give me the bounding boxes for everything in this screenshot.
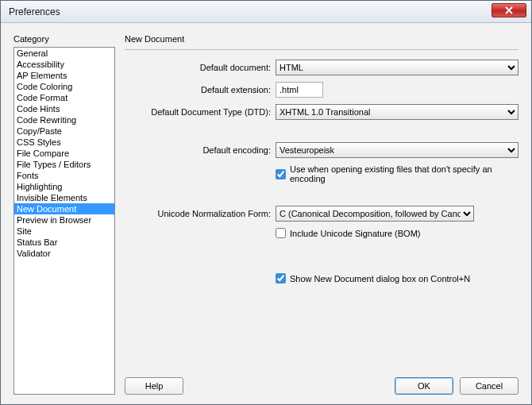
category-item[interactable]: Code Hints <box>14 103 114 114</box>
bom-label: Include Unicode Signature (BOM) <box>290 229 420 238</box>
window-title: Preferences <box>9 6 60 17</box>
default-document-select[interactable]: HTML <box>276 60 519 75</box>
category-item[interactable]: Fonts <box>14 170 114 181</box>
bom-checkbox[interactable]: Include Unicode Signature (BOM) <box>276 228 519 238</box>
bom-input[interactable] <box>276 228 286 238</box>
show-dialog-label: Show New Document dialog box on Control+… <box>290 274 470 284</box>
category-item[interactable]: Accessibility <box>14 59 114 70</box>
category-item[interactable]: Validator <box>14 248 114 259</box>
category-item[interactable]: Code Coloring <box>14 81 114 92</box>
preferences-dialog: Preferences Category GeneralAccessibilit… <box>0 0 532 405</box>
button-row: Help OK Cancel <box>125 372 519 395</box>
category-item[interactable]: Code Format <box>14 92 114 103</box>
form-area: Default document: HTML Default extension… <box>125 60 519 372</box>
category-item[interactable]: Copy/Paste <box>14 125 114 137</box>
content-area: Category GeneralAccessibilityAP Elements… <box>1 23 531 404</box>
show-dialog-checkbox[interactable]: Show New Document dialog box on Control+… <box>276 273 519 284</box>
use-when-opening-checkbox[interactable]: Use when opening existing files that don… <box>276 164 519 183</box>
category-listbox[interactable]: GeneralAccessibilityAP ElementsCode Colo… <box>13 47 115 395</box>
category-item[interactable]: Status Bar <box>14 237 114 248</box>
category-item[interactable]: AP Elements <box>14 70 114 81</box>
default-extension-label: Default extension: <box>125 85 276 94</box>
category-item[interactable]: Invisible Elements <box>14 192 114 203</box>
divider <box>125 49 519 50</box>
unf-label: Unicode Normalization Form: <box>125 209 276 218</box>
help-button[interactable]: Help <box>125 377 183 395</box>
category-item[interactable]: File Types / Editors <box>14 159 114 170</box>
close-button[interactable] <box>492 3 526 17</box>
encoding-select[interactable]: Vesteuropeisk <box>276 142 519 158</box>
use-when-opening-input[interactable] <box>276 169 286 179</box>
close-icon <box>505 6 513 14</box>
dtd-select[interactable]: XHTML 1.0 Transitional <box>276 104 519 120</box>
default-extension-input[interactable] <box>276 82 323 98</box>
category-label: Category <box>13 34 115 44</box>
cancel-button[interactable]: Cancel <box>460 377 519 395</box>
dtd-label: Default Document Type (DTD): <box>125 107 276 117</box>
panel-heading: New Document <box>125 34 519 44</box>
show-dialog-input[interactable] <box>276 273 286 284</box>
default-document-label: Default document: <box>125 63 276 72</box>
use-when-opening-label: Use when opening existing files that don… <box>290 164 519 183</box>
titlebar: Preferences <box>1 1 531 23</box>
unf-select[interactable]: C (Canonical Decomposition, followed by … <box>276 206 474 222</box>
category-column: Category GeneralAccessibilityAP Elements… <box>13 34 115 395</box>
category-item[interactable]: File Compare <box>14 148 114 159</box>
ok-button[interactable]: OK <box>395 377 453 395</box>
category-item[interactable]: Preview in Browser <box>14 214 114 226</box>
category-item[interactable]: Code Rewriting <box>14 114 114 125</box>
panel-column: New Document Default document: HTML Defa… <box>125 34 519 395</box>
category-item[interactable]: CSS Styles <box>14 137 114 148</box>
category-item[interactable]: New Document <box>14 203 114 214</box>
encoding-label: Default encoding: <box>125 145 276 155</box>
category-item[interactable]: General <box>14 48 114 59</box>
category-item[interactable]: Highlighting <box>14 181 114 192</box>
category-item[interactable]: Site <box>14 226 114 237</box>
